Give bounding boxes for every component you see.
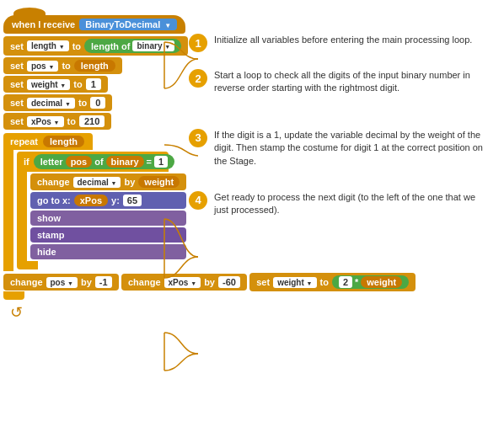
- set-pos-block: set pos ▼ to length: [3, 57, 122, 74]
- change-xpos-block: change xPos ▼ by -60: [121, 274, 247, 291]
- annotation-3: 3 If the digit is a 1, update the variab…: [189, 129, 492, 168]
- stamp-block: stamp: [30, 227, 186, 243]
- hat-event: BinaryToDecimal ▼: [79, 19, 177, 30]
- bottom-arrow: ↺: [10, 303, 23, 322]
- hide-block: hide: [30, 244, 186, 259]
- set-xpos-block: set xPos ▼ to 210: [3, 113, 111, 130]
- annotation-2: 2 Start a loop to check all the digits o…: [189, 69, 492, 95]
- annotation-text-4: Get ready to process the next digit (to …: [214, 191, 492, 217]
- change-pos-block: change pos ▼ by -1: [3, 274, 119, 291]
- change-decimal-block: change decimal ▼ by weight: [30, 173, 186, 190]
- set-decimal-block: set decimal ▼ to 0: [3, 94, 112, 111]
- set-weight-block: set weight ▼ to 1: [3, 76, 108, 93]
- annotation-circle-3: 3: [189, 129, 207, 147]
- annotation-text-2: Start a loop to check all the digits of …: [214, 69, 492, 95]
- annotation-text-3: If the digit is a 1, update the variable…: [214, 129, 492, 168]
- set-length-block: set length ▼ to length of binary ▼: [3, 36, 188, 56]
- annotation-text-1: Initialize all variables before entering…: [214, 34, 472, 46]
- annotation-circle-4: 4: [189, 191, 207, 210]
- annotation-4: 4 Get ready to process the next digit (t…: [189, 191, 492, 217]
- hat-label: when I receive: [12, 19, 75, 29]
- annotation-area: 1 Initialize all variables before enteri…: [185, 7, 496, 221]
- annotation-circle-1: 1: [189, 34, 207, 52]
- hat-block: when I receive BinaryToDecimal ▼: [3, 15, 185, 34]
- go-to-block: go to x: xPos y: 65: [30, 192, 186, 209]
- show-block: show: [30, 211, 186, 226]
- set-weight2-block: set weight ▼ to 2 * weight: [249, 273, 416, 291]
- annotation-1: 1 Initialize all variables before enteri…: [189, 34, 492, 52]
- if-block: if letter pos of binary = 1 then: [17, 152, 190, 269]
- annotation-circle-2: 2: [189, 69, 207, 88]
